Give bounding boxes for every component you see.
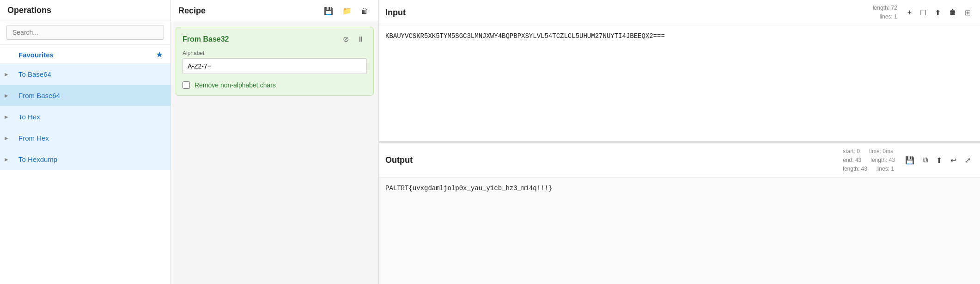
ops-item-label: From Hex [18, 134, 49, 142]
favourites-label: Favourites [18, 51, 54, 59]
input-area[interactable]: KBAUYVCSKR5XK5TYM5SGC3LMNJXWY4BQPBPXSYLV… [379, 25, 980, 141]
output-header: Output start: 0 time: 0ms end: 43 length… [379, 143, 980, 178]
alphabet-label: Alphabet [183, 50, 367, 56]
chevron-icon: ▶ [5, 157, 8, 162]
recipe-save-button[interactable]: 💾 [321, 5, 336, 17]
input-add-button[interactable]: + [905, 6, 914, 19]
ops-item-label: From Base64 [18, 92, 60, 99]
input-trash-button[interactable]: 🗑 [946, 6, 959, 19]
ops-item-label: To Hexdump [18, 155, 57, 163]
input-actions: + ☐ ⬆ 🗑 ⊞ [905, 6, 974, 19]
output-title: Output [385, 155, 413, 165]
input-grid-button[interactable]: ⊞ [962, 6, 974, 19]
recipe-actions: 💾 📁 🗑 [321, 5, 371, 17]
recipe-delete-button[interactable]: 🗑 [358, 5, 371, 17]
recipe-open-button[interactable]: 📁 [340, 5, 354, 17]
output-area: PALTRT{uvxgdamljolp0x_yau_y1eb_hz3_m14q!… [379, 178, 980, 284]
disable-button[interactable]: ⊘ [341, 34, 351, 44]
output-meta-length-bot: length: 43 [843, 165, 867, 173]
favourites-row: Favourites ★ [0, 45, 170, 64]
input-header: Input length: 72 lines: 1 + ☐ ⬆ 🗑 ⊞ [379, 0, 980, 25]
ops-item-to-base64[interactable]: ▶ To Base64 [0, 64, 170, 85]
ops-item-label: To Hex [18, 113, 40, 121]
star-icon: ★ [156, 49, 163, 60]
output-copy-button[interactable]: ⧉ [920, 154, 931, 167]
chevron-icon: ▶ [5, 114, 8, 119]
ops-item-to-hexdump[interactable]: ▶ To Hexdump [0, 149, 170, 170]
operations-title: Operations [7, 6, 163, 15]
recipe-content: From Base32 ⊘ ⏸ Alphabet Remove non-alph… [171, 22, 378, 284]
output-meta-lines: lines: 1 [877, 165, 894, 173]
left-panel: Operations Favourites ★ ▶ To Base64 ▶ Fr… [0, 0, 171, 284]
remove-nonalpha-label: Remove non-alphabet chars [195, 81, 276, 89]
ops-list: ▶ To Base64 ▶ From Base64 ▶ To Hex ▶ Fro… [0, 64, 170, 284]
pause-button[interactable]: ⏸ [355, 34, 367, 44]
input-bracket-button[interactable]: ☐ [917, 6, 929, 19]
input-export-button[interactable]: ⬆ [932, 6, 943, 19]
input-meta: length: 72 lines: 1 [873, 4, 897, 21]
input-meta-length: length: 72 [873, 4, 897, 12]
output-upload-button[interactable]: ⬆ [933, 154, 945, 167]
chevron-icon: ▶ [5, 93, 8, 98]
remove-nonalpha-row: Remove non-alphabet chars [183, 81, 367, 89]
alphabet-input[interactable] [183, 58, 367, 74]
input-value: KBAUYVCSKR5XK5TYM5SGC3LMNJXWY4BQPBPXSYLV… [385, 32, 665, 40]
right-panel: Input length: 72 lines: 1 + ☐ ⬆ 🗑 ⊞ KBAU… [379, 0, 980, 284]
input-title: Input [385, 8, 406, 18]
chevron-icon: ▶ [5, 72, 8, 77]
chevron-icon: ▶ [5, 136, 8, 141]
input-section: Input length: 72 lines: 1 + ☐ ⬆ 🗑 ⊞ KBAU… [379, 0, 980, 142]
middle-panel: Recipe 💾 📁 🗑 From Base32 ⊘ ⏸ Alphabet Re… [171, 0, 379, 284]
output-meta-start: start: 0 [843, 147, 860, 156]
ops-item-label: To Base64 [18, 70, 51, 78]
output-meta-length-top: length: 43 [870, 156, 895, 165]
recipe-card-header: From Base32 ⊘ ⏸ [183, 34, 367, 44]
remove-nonalpha-checkbox[interactable] [183, 81, 190, 89]
output-save-button[interactable]: 💾 [902, 154, 917, 167]
output-value: PALTRT{uvxgdamljolp0x_yau_y1eb_hz3_m14q!… [385, 185, 552, 192]
recipe-card-title: From Base32 [183, 35, 229, 43]
output-undo-button[interactable]: ↩ [948, 154, 959, 167]
input-meta-lines: lines: 1 [873, 12, 897, 21]
output-meta: start: 0 time: 0ms end: 43 length: 43 le… [843, 147, 895, 174]
recipe-header: Recipe 💾 📁 🗑 [171, 0, 378, 22]
output-expand-button[interactable]: ⤢ [962, 154, 974, 167]
output-section: Output start: 0 time: 0ms end: 43 length… [379, 143, 980, 284]
output-meta-end: end: 43 [843, 156, 861, 165]
recipe-card-from-base32: From Base32 ⊘ ⏸ Alphabet Remove non-alph… [176, 27, 374, 96]
ops-item-from-hex[interactable]: ▶ From Hex [0, 128, 170, 149]
recipe-card-controls: ⊘ ⏸ [341, 34, 367, 44]
output-meta-time: time: 0ms [869, 147, 893, 156]
ops-item-to-hex[interactable]: ▶ To Hex [0, 106, 170, 128]
ops-item-from-base64[interactable]: ▶ From Base64 [0, 85, 170, 106]
search-input[interactable] [6, 25, 164, 40]
output-actions: 💾 ⧉ ⬆ ↩ ⤢ [902, 154, 974, 167]
recipe-title: Recipe [178, 6, 206, 16]
search-bar [0, 20, 170, 45]
left-header: Operations [0, 0, 170, 20]
